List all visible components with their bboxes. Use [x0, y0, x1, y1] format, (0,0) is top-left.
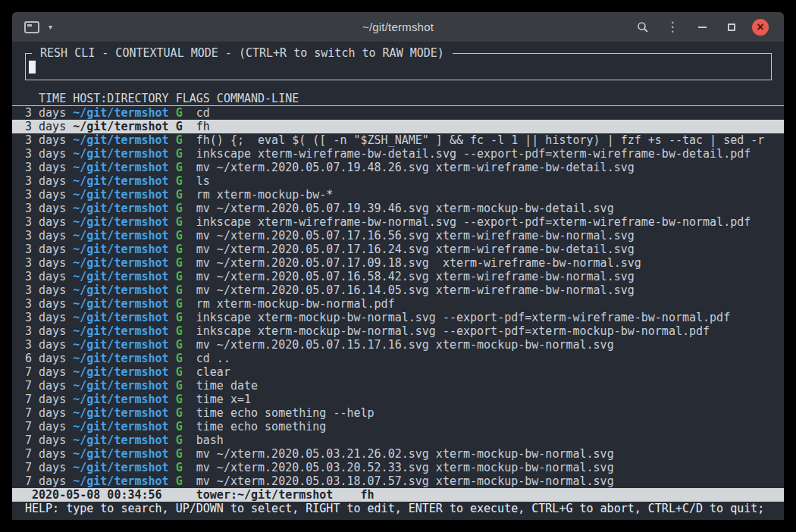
restore-window-icon — [728, 23, 735, 31]
history-row[interactable]: 7 days ~/git/termshot G mv ~/xterm.2020.… — [12, 461, 784, 474]
history-row[interactable]: 7 days ~/git/termshot G time date — [12, 379, 784, 393]
history-row[interactable]: 3 days ~/git/termshot G rm xterm-mockup-… — [12, 297, 784, 311]
titlebar-left: ▾ — [12, 21, 52, 33]
search-icon — [637, 21, 649, 33]
history-row[interactable]: 3 days ~/git/termshot G fh() {; eval $( … — [12, 133, 784, 147]
titlebar: ~/git/termshot ▾ ⋮ × — [12, 12, 784, 42]
menu-button[interactable]: ⋮ — [663, 18, 682, 36]
history-row[interactable]: 7 days ~/git/termshot G time echo someth… — [12, 406, 784, 420]
terminal-tab-icon — [24, 21, 39, 33]
restore-button[interactable] — [722, 18, 741, 36]
close-button[interactable]: × — [752, 19, 769, 36]
help-bar: HELP: type to search, UP/DOWN to select,… — [12, 502, 784, 515]
history-row[interactable]: 3 days ~/git/termshot G inkscape xterm-m… — [12, 311, 784, 324]
search-button[interactable] — [634, 18, 652, 36]
history-row[interactable]: 3 days ~/git/termshot G mv ~/xterm.2020.… — [12, 270, 784, 283]
kebab-menu-icon: ⋮ — [666, 20, 679, 33]
chevron-down-icon: ▾ — [49, 23, 52, 31]
history-row-selected[interactable]: 3 days ~/git/termshot G fh — [12, 120, 784, 133]
history-row[interactable]: 3 days ~/git/termshot G rm xterm-mockup-… — [12, 188, 784, 202]
history-row[interactable]: 3 days ~/git/termshot G inkscape xterm-m… — [12, 324, 784, 338]
status-bar: 2020-05-08 00:34:56 tower:~/git/termshot… — [12, 488, 784, 502]
titlebar-controls: ⋮ × — [634, 18, 784, 36]
history-row[interactable]: 7 days ~/git/termshot G mv ~/xterm.2020.… — [12, 474, 784, 488]
history-row[interactable]: 6 days ~/git/termshot G cd .. — [12, 352, 784, 365]
history-row[interactable]: 3 days ~/git/termshot G mv ~/xterm.2020.… — [12, 161, 784, 174]
history-row[interactable]: 3 days ~/git/termshot G ls — [12, 174, 784, 188]
history-row[interactable]: 7 days ~/git/termshot G clear — [12, 365, 784, 379]
history-row[interactable]: 7 days ~/git/termshot G time echo someth… — [12, 420, 784, 433]
history-row[interactable]: 3 days ~/git/termshot G inkscape xterm-w… — [12, 147, 784, 161]
history-row[interactable]: 3 days ~/git/termshot G mv ~/xterm.2020.… — [12, 338, 784, 352]
resh-box-title: RESH CLI - CONTEXTUAL MODE - (CTRL+R to … — [32, 46, 453, 60]
minimize-icon — [698, 27, 707, 28]
terminal-window: ~/git/termshot ▾ ⋮ × — [12, 12, 784, 520]
history-list: 3 days ~/git/termshot G cd3 days ~/git/t… — [12, 106, 784, 488]
history-row[interactable]: 3 days ~/git/termshot G inkscape xterm-w… — [12, 215, 784, 229]
history-row[interactable]: 7 days ~/git/termshot G mv ~/xterm.2020.… — [12, 447, 784, 461]
history-row[interactable]: 3 days ~/git/termshot G mv ~/xterm.2020.… — [12, 256, 784, 270]
terminal-screen: RESH CLI - CONTEXTUAL MODE - (CTRL+R to … — [12, 42, 784, 519]
text-cursor — [29, 61, 36, 74]
history-row[interactable]: 3 days ~/git/termshot G mv ~/xterm.2020.… — [12, 229, 784, 243]
history-row[interactable]: 3 days ~/git/termshot G mv ~/xterm.2020.… — [12, 202, 784, 215]
resh-search-input[interactable]: RESH CLI - CONTEXTUAL MODE - (CTRL+R to … — [25, 53, 772, 80]
history-row[interactable]: 3 days ~/git/termshot G cd — [12, 106, 784, 120]
history-row[interactable]: 7 days ~/git/termshot G time x=1 — [12, 393, 784, 406]
history-row[interactable]: 7 days ~/git/termshot G bash — [12, 433, 784, 447]
minimize-button[interactable] — [693, 18, 711, 36]
tab-switcher-button[interactable]: ▾ — [24, 21, 52, 33]
history-column-headers: TIME HOST:DIRECTORY FLAGS COMMAND-LINE — [12, 92, 784, 106]
history-row[interactable]: 3 days ~/git/termshot G mv ~/xterm.2020.… — [12, 243, 784, 256]
history-row[interactable]: 3 days ~/git/termshot G mv ~/xterm.2020.… — [12, 283, 784, 297]
